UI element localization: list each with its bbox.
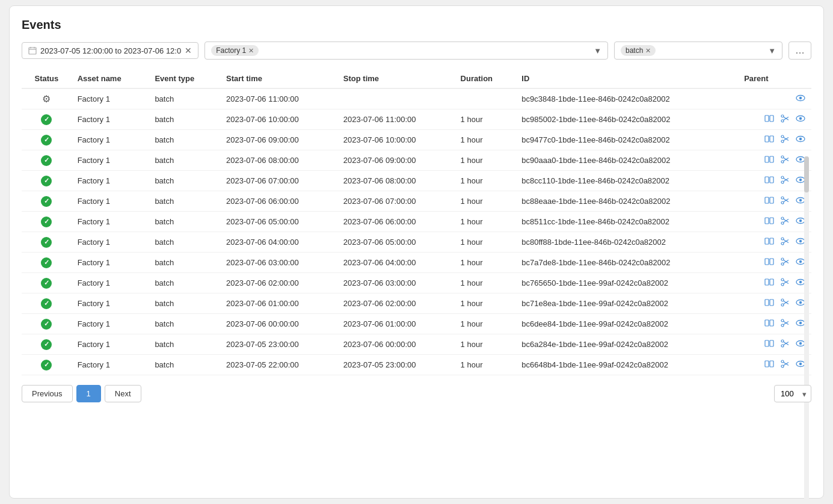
status-cell: ✓	[22, 150, 72, 171]
scissors-icon[interactable]	[780, 277, 790, 289]
split-icon[interactable]	[764, 155, 774, 166]
status-cell: ✓	[22, 232, 72, 253]
page-size-select[interactable]: 100 50 25	[774, 385, 811, 402]
svg-rect-15	[770, 136, 773, 142]
check-status-icon: ✓	[41, 196, 52, 207]
scissors-icon[interactable]	[780, 257, 790, 268]
svg-point-21	[799, 138, 802, 140]
batch-filter-arrow[interactable]: ▼	[768, 46, 776, 55]
table-row: ✓Factory 1batch2023-07-06 07:00:002023-0…	[22, 171, 811, 191]
scissors-icon[interactable]	[780, 155, 790, 166]
col-start-time: Start time	[220, 69, 337, 88]
status-cell: ✓	[22, 355, 72, 375]
split-icon[interactable]	[764, 257, 774, 268]
start-time-cell: 2023-07-05 23:00:00	[220, 334, 337, 355]
asset-name-cell: Factory 1	[72, 273, 149, 293]
view-icon[interactable]	[796, 93, 805, 105]
table-row: ✓Factory 1batch2023-07-06 00:00:002023-0…	[22, 314, 811, 334]
more-filters-button[interactable]: …	[788, 41, 811, 60]
svg-rect-87	[770, 320, 773, 326]
check-status-icon: ✓	[41, 217, 52, 227]
view-icon[interactable]	[796, 134, 805, 146]
id-cell: bc9c3848-1bde-11ee-846b-0242c0a82002	[515, 88, 738, 109]
duration-cell: 1 hour	[455, 232, 516, 253]
table-row: ✓Factory 1batch2023-07-06 04:00:002023-0…	[22, 232, 811, 253]
events-panel: Events 2023-07-05 12:00:00 to 2023-07-06…	[9, 5, 824, 499]
parent-cell	[738, 355, 811, 375]
asset-name-cell: Factory 1	[72, 293, 149, 314]
clear-date-button[interactable]: ✕	[185, 46, 192, 55]
stop-time-cell: 2023-07-06 02:00:00	[337, 293, 455, 314]
duration-cell: 1 hour	[455, 171, 516, 191]
scissors-icon[interactable]	[780, 195, 790, 207]
filters-row: 2023-07-05 12:00:00 to 2023-07-06 12:0 ✕…	[22, 41, 811, 60]
split-icon[interactable]	[764, 277, 774, 289]
start-time-cell: 2023-07-06 09:00:00	[220, 130, 337, 150]
split-icon[interactable]	[764, 195, 774, 207]
id-cell: bc6a284e-1bde-11ee-99af-0242c0a82002	[515, 334, 738, 355]
scissors-icon[interactable]	[780, 216, 790, 227]
stop-time-cell: 2023-07-06 07:00:00	[337, 191, 455, 212]
factory-filter-arrow[interactable]: ▼	[594, 46, 601, 55]
previous-button[interactable]: Previous	[22, 385, 73, 402]
batch-filter[interactable]: batch ✕ ▼	[614, 41, 782, 60]
parent-cell	[738, 150, 811, 171]
id-cell: bc8cc110-1bde-11ee-846b-0242c0a82002	[515, 171, 738, 191]
start-time-cell: 2023-07-06 10:00:00	[220, 109, 337, 130]
parent-cell	[738, 191, 811, 212]
stop-time-cell: 2023-07-06 06:00:00	[337, 212, 455, 232]
event-type-cell: batch	[149, 191, 220, 212]
action-icons	[744, 318, 805, 330]
scissors-icon[interactable]	[780, 114, 790, 125]
scrollbar-thumb[interactable]	[804, 156, 809, 192]
duration-cell: 1 hour	[455, 130, 516, 150]
date-filter[interactable]: 2023-07-05 12:00:00 to 2023-07-06 12:0 ✕	[22, 42, 198, 59]
remove-factory-tag-button[interactable]: ✕	[248, 47, 254, 55]
scissors-icon[interactable]	[780, 236, 790, 248]
id-cell: bc90aaa0-1bde-11ee-846b-0242c0a82002	[515, 150, 738, 171]
svg-point-37	[799, 179, 802, 181]
table-row: ✓Factory 1batch2023-07-06 06:00:002023-0…	[22, 191, 811, 212]
remove-batch-tag-button[interactable]: ✕	[645, 47, 651, 55]
scissors-icon[interactable]	[780, 359, 790, 370]
scissors-icon[interactable]	[780, 298, 790, 309]
svg-rect-71	[770, 279, 773, 285]
start-time-cell: 2023-07-06 03:00:00	[220, 253, 337, 273]
status-cell: ✓	[22, 171, 72, 191]
split-icon[interactable]	[764, 318, 774, 330]
svg-rect-63	[770, 259, 773, 265]
duration-cell: 1 hour	[455, 314, 516, 334]
parent-cell	[738, 212, 811, 232]
split-icon[interactable]	[764, 216, 774, 227]
status-cell: ✓	[22, 109, 72, 130]
asset-name-cell: Factory 1	[72, 88, 149, 109]
svg-point-101	[799, 342, 802, 345]
scissors-icon[interactable]	[780, 318, 790, 330]
page-1-button[interactable]: 1	[76, 385, 101, 402]
split-icon[interactable]	[764, 175, 774, 186]
split-icon[interactable]	[764, 236, 774, 248]
split-icon[interactable]	[764, 339, 774, 350]
svg-point-93	[799, 322, 802, 324]
split-icon[interactable]	[764, 134, 774, 146]
batch-tag-label: batch	[626, 46, 643, 55]
scissors-icon[interactable]	[780, 175, 790, 186]
split-icon[interactable]	[764, 298, 774, 309]
scissors-icon[interactable]	[780, 339, 790, 350]
table-row: ✓Factory 1batch2023-07-06 05:00:002023-0…	[22, 212, 811, 232]
action-icons	[744, 359, 805, 370]
view-icon[interactable]	[796, 114, 805, 125]
svg-rect-31	[770, 177, 773, 183]
col-parent: Parent	[738, 69, 811, 88]
scrollbar-track[interactable]	[804, 156, 809, 504]
next-button[interactable]: Next	[105, 385, 141, 402]
start-time-cell: 2023-07-05 22:00:00	[220, 355, 337, 375]
factory-filter[interactable]: Factory 1 ✕ ▼	[204, 41, 608, 60]
split-icon[interactable]	[764, 114, 774, 125]
split-icon[interactable]	[764, 359, 774, 370]
svg-point-77	[799, 281, 802, 283]
svg-rect-54	[765, 238, 769, 244]
scissors-icon[interactable]	[780, 134, 790, 146]
stop-time-cell: 2023-07-06 05:00:00	[337, 232, 455, 253]
stop-time-cell: 2023-07-06 10:00:00	[337, 130, 455, 150]
